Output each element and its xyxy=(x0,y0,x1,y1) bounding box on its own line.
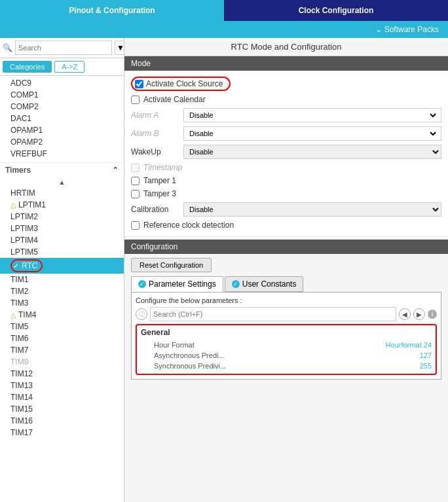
sidebar-item-tim15[interactable]: TIM15 xyxy=(0,403,124,415)
params-desc: Configure the below parameters : xyxy=(136,296,437,304)
tab-parameter-settings[interactable]: ✓ Parameter Settings xyxy=(131,276,223,292)
sidebar-item-tim17[interactable]: TIM17 xyxy=(0,427,124,439)
tamper3-label[interactable]: Tamper 3 xyxy=(143,189,176,198)
sidebar-item-tim16[interactable]: TIM16 xyxy=(0,415,124,427)
calibration-dropdown[interactable]: Disable xyxy=(183,202,441,217)
search-bar: 🔍 ▼ ⚙ xyxy=(0,38,124,58)
sidebar-item-adc9[interactable]: ADC9 xyxy=(0,77,124,89)
prev-button[interactable]: ◀ xyxy=(399,308,411,320)
tamper1-row: Tamper 1 xyxy=(131,174,441,187)
sidebar-item-vrefbuf[interactable]: VREFBUF xyxy=(0,148,124,160)
sidebar-item-dac1[interactable]: DAC1 xyxy=(0,113,124,124)
activate-calendar-row: Activate Calendar xyxy=(131,93,441,106)
sidebar-item-lptim4[interactable]: LPTIM4 xyxy=(0,234,124,246)
category-tabs: Categories A->Z xyxy=(0,58,124,76)
sidebar-item-tim14[interactable]: TIM14 xyxy=(0,391,124,403)
software-packs-label: Software Packs xyxy=(384,25,439,34)
alarm-a-select[interactable]: Disable xyxy=(183,108,441,122)
next-button[interactable]: ▶ xyxy=(413,308,425,320)
scroll-arrows: ▲ xyxy=(0,177,124,187)
reset-config-button[interactable]: Reset Configuration xyxy=(131,258,212,272)
tabs-row: ✓ Parameter Settings ✓ User Constants xyxy=(131,276,441,292)
activate-calendar-checkbox[interactable] xyxy=(131,96,140,104)
pinout-tab-label: Pinout & Configuration xyxy=(69,6,155,15)
activate-clock-source-label[interactable]: Activate Clock Source xyxy=(146,79,223,88)
param-name-async: Asynchronous Predi... xyxy=(154,351,420,359)
alarm-a-dropdown[interactable]: Disable xyxy=(187,111,438,120)
activate-clock-source-checkbox[interactable] xyxy=(135,80,143,88)
tamper1-checkbox[interactable] xyxy=(131,177,140,185)
param-value-async: 127 xyxy=(420,351,432,359)
ref-clock-checkbox[interactable] xyxy=(131,221,140,230)
param-group-label: General xyxy=(141,328,432,337)
panel-title: RTC Mode and Configuration xyxy=(124,38,448,56)
sidebar-item-opamp1[interactable]: OPAMP1 xyxy=(0,124,124,136)
sidebar-item-comp2[interactable]: COMP2 xyxy=(0,101,124,113)
sidebar-item-lptim5[interactable]: LPTIM5 xyxy=(0,246,124,258)
tab-params-label: Parameter Settings xyxy=(149,279,216,289)
info-circle-left: ⓘ xyxy=(136,308,147,320)
mode-section: Mode Activate Clock Source Activate Cale… xyxy=(124,56,448,236)
sidebar-item-tim7[interactable]: TIM7 xyxy=(0,344,124,356)
sidebar-item-comp1[interactable]: COMP1 xyxy=(0,89,124,101)
alarm-a-row: Alarm A Disable xyxy=(131,106,441,124)
wakeup-dropdown[interactable]: Disable xyxy=(183,145,441,159)
right-panel: RTC Mode and Configuration Mode Activate… xyxy=(124,38,448,502)
calibration-row: Calibration Disable xyxy=(131,200,441,219)
sidebar-item-rtc[interactable]: ✓ RTC xyxy=(0,258,124,274)
calibration-select[interactable]: Disable xyxy=(183,202,441,217)
sidebar-item-tim13[interactable]: TIM13 xyxy=(0,380,124,391)
sidebar-item-tim1[interactable]: TIM1 xyxy=(0,274,124,285)
alarm-b-select[interactable]: Disable xyxy=(183,126,441,141)
params-search-input[interactable] xyxy=(150,307,396,321)
scroll-up-icon[interactable]: ▲ xyxy=(59,179,65,186)
alarm-a-label: Alarm A xyxy=(131,111,183,120)
sidebar-item-tim12[interactable]: TIM12 xyxy=(0,368,124,380)
tamper1-label[interactable]: Tamper 1 xyxy=(143,176,176,185)
atoz-button[interactable]: A->Z xyxy=(54,61,84,73)
sidebar-item-lptim2[interactable]: LPTIM2 xyxy=(0,211,124,223)
search-input[interactable] xyxy=(15,41,112,55)
sidebar-item-tim5[interactable]: TIM5 xyxy=(0,321,124,332)
wakeup-row: WakeUp Disable xyxy=(131,143,441,161)
ref-clock-row: Reference clock detection xyxy=(131,219,441,232)
sidebar-item-tim4[interactable]: △TIM4 xyxy=(0,309,124,321)
search-dropdown[interactable]: ▼ xyxy=(115,41,124,55)
sidebar-item-tim6[interactable]: TIM6 xyxy=(0,332,124,344)
sidebar-item-hrtim[interactable]: HRTIM xyxy=(0,187,124,199)
tamper3-checkbox[interactable] xyxy=(131,190,140,198)
tab-user-constants[interactable]: ✓ User Constants xyxy=(225,276,304,292)
categories-button[interactable]: Categories xyxy=(3,61,52,73)
timestamp-checkbox[interactable] xyxy=(131,164,140,172)
config-section: Configuration Reset Configuration ✓ Para… xyxy=(124,240,448,380)
warning-icon-tim4: △ xyxy=(10,311,16,319)
param-name-hour-format: Hour Format xyxy=(154,341,386,349)
clock-tab[interactable]: Clock Configuration xyxy=(224,0,448,21)
timestamp-label: Timestamp xyxy=(143,163,182,172)
timers-collapse-icon: ⌃ xyxy=(112,166,119,175)
sidebar-item-opamp2[interactable]: OPAMP2 xyxy=(0,136,124,148)
rtc-label: RTC xyxy=(22,261,37,270)
sidebar-item-lptim1[interactable]: △LPTIM1 xyxy=(0,199,124,211)
param-name-sync: Synchronous Predivi... xyxy=(154,362,420,370)
info-button[interactable]: i xyxy=(428,310,437,319)
activate-calendar-label[interactable]: Activate Calendar xyxy=(143,95,206,104)
software-packs-bar: ⌄ Software Packs xyxy=(0,21,448,38)
mode-section-header: Mode xyxy=(124,56,448,71)
pinout-tab[interactable]: Pinout & Configuration xyxy=(0,0,224,21)
sidebar-item-tim2[interactable]: TIM2 xyxy=(0,285,124,297)
sidebar-section-timers[interactable]: Timers ⌃ xyxy=(0,162,124,177)
param-row-hour-format: Hour Format Hourformat 24 xyxy=(141,340,432,350)
tab-check-icon-params: ✓ xyxy=(138,280,146,288)
params-search-row: ⓘ ◀ ▶ i xyxy=(136,307,437,321)
tab-user-label: User Constants xyxy=(242,279,297,289)
sidebar-item-tim3[interactable]: TIM3 xyxy=(0,297,124,309)
param-value-hour-format: Hourformat 24 xyxy=(386,341,432,349)
wakeup-select[interactable]: Disable xyxy=(183,145,441,159)
tamper3-row: Tamper 3 xyxy=(131,187,441,200)
sidebar-item-lptim3[interactable]: LPTIM3 xyxy=(0,223,124,234)
ref-clock-label[interactable]: Reference clock detection xyxy=(143,221,234,230)
warning-icon-lptim1: △ xyxy=(10,201,16,209)
sidebar-list: ADC9 COMP1 COMP2 DAC1 OPAMP1 OPAMP2 VREF… xyxy=(0,76,124,502)
alarm-b-dropdown[interactable]: Disable xyxy=(187,129,438,138)
